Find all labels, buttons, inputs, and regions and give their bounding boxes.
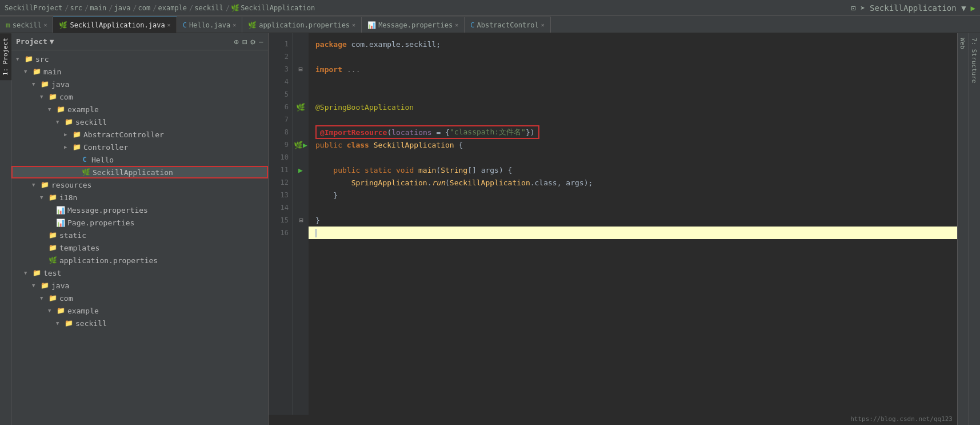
tab-close-hello[interactable]: ✕ bbox=[233, 22, 236, 28]
tree-item-com[interactable]: ▼ 📁 com bbox=[11, 90, 268, 103]
tab-msg-icon: 📊 bbox=[367, 21, 376, 29]
linenum-5: 5 bbox=[269, 88, 292, 101]
code-editor: 1 2 3 4 5 6 7 8 9 10 11 12 13 14 15 16 bbox=[269, 33, 957, 425]
tab-message-props[interactable]: 📊 Message.properties ✕ bbox=[362, 17, 465, 33]
tree-item-main[interactable]: ▼ 📁 main bbox=[11, 65, 268, 78]
tree-item-app-props[interactable]: 🌿 application.properties bbox=[11, 254, 268, 267]
tree-item-i18n[interactable]: ▼ 📁 i18n bbox=[11, 191, 268, 204]
settings-icon[interactable]: ⚙ bbox=[250, 37, 255, 46]
linenum-1: 1 bbox=[269, 38, 292, 50]
breadcrumb-com[interactable]: com bbox=[138, 4, 151, 12]
label-main: main bbox=[43, 67, 61, 76]
breadcrumb-seckill[interactable]: seckill bbox=[194, 4, 223, 12]
code-gutter: ⊟ 🌿 🌿 ▶ ▶ bbox=[293, 33, 309, 415]
tree-item-templates[interactable]: 📁 templates bbox=[11, 241, 268, 254]
indent-12 bbox=[315, 178, 351, 187]
tree-item-page-props[interactable]: 📊 Page.properties bbox=[11, 216, 268, 229]
kw-public-9: public bbox=[315, 141, 342, 149]
arrow-icon[interactable]: ➤ bbox=[861, 3, 865, 13]
tab-abstract-ctrl[interactable]: C AbstractControl ✕ bbox=[465, 17, 551, 33]
run-dropdown[interactable]: SeckillApplication ▼ bbox=[870, 3, 966, 13]
tree-item-test-com[interactable]: ▼ 📁 com bbox=[11, 292, 268, 304]
label-test-com: com bbox=[59, 294, 73, 303]
tab-close-m[interactable]: ✕ bbox=[43, 22, 47, 28]
structure-tab-label[interactable]: 7: Structure bbox=[969, 33, 980, 88]
tree-item-controller[interactable]: ▶ 📁 Controller bbox=[11, 141, 268, 153]
panel-title[interactable]: Project ▼ bbox=[16, 37, 54, 46]
tab-hello[interactable]: C Hello.java ✕ bbox=[177, 17, 243, 33]
expand-icon[interactable]: ⊡ bbox=[851, 3, 855, 13]
import-eq: = { bbox=[432, 128, 450, 137]
label-test-seckill: seckill bbox=[75, 319, 107, 328]
minimize-icon[interactable]: − bbox=[259, 37, 263, 46]
tree-item-seckill[interactable]: ▼ 📁 seckill bbox=[11, 116, 268, 128]
run-gutter-icon[interactable]: ▶ bbox=[303, 141, 307, 149]
web-tab-label[interactable]: Web bbox=[958, 33, 969, 54]
breadcrumb-class[interactable]: 🌿 bbox=[231, 4, 239, 12]
folder-i18n-icon: 📁 bbox=[48, 193, 57, 202]
breadcrumb-main[interactable]: main bbox=[90, 4, 106, 12]
folder-main-icon: 📁 bbox=[32, 67, 41, 76]
tree-item-src[interactable]: ▼ 📁 src bbox=[11, 53, 268, 65]
tab-seckill-app[interactable]: 🌿 SeckillApplication.java ✕ bbox=[53, 17, 177, 33]
tab-close-seckillapp[interactable]: ✕ bbox=[167, 22, 171, 28]
tab-app-props[interactable]: 🌿 application.properties ✕ bbox=[242, 17, 362, 33]
code-line-16[interactable] bbox=[309, 227, 957, 239]
classname-seckill: SeckillApplication bbox=[374, 141, 454, 149]
breadcrumb-src[interactable]: src bbox=[70, 4, 82, 12]
code-line-6: @SpringBootApplication bbox=[309, 101, 957, 113]
fold-gutter-15[interactable]: ⊟ bbox=[299, 216, 303, 224]
panel-dropdown-arrow[interactable]: ▼ bbox=[50, 37, 54, 46]
tree-item-resources[interactable]: ▼ 📁 resources bbox=[11, 178, 268, 191]
tree-item-java[interactable]: ▼ 📁 java bbox=[11, 78, 268, 90]
tab-close-appprops[interactable]: ✕ bbox=[352, 22, 355, 28]
label-i18n: i18n bbox=[59, 193, 77, 202]
code-line-5 bbox=[309, 88, 957, 101]
tab-close-abstract[interactable]: ✕ bbox=[541, 22, 545, 28]
code-lines[interactable]: package com.example.seckill; import ... bbox=[309, 33, 957, 415]
tab-seckill-m[interactable]: m seckill ✕ bbox=[0, 17, 53, 33]
code-line-12: SpringApplication . run ( SeckillApplica… bbox=[309, 176, 957, 189]
tree-item-seckillapp[interactable]: 🌿 SeckillApplication bbox=[11, 166, 268, 178]
java-hello-icon: C bbox=[80, 155, 89, 164]
fold-icon-3[interactable]: ⊟ bbox=[298, 65, 302, 73]
tab-message-props-label: Message.properties bbox=[378, 21, 453, 29]
type-seckillapp-12: SeckillApplication bbox=[450, 178, 530, 187]
tree-item-hello[interactable]: C Hello bbox=[11, 153, 268, 166]
arrow-main: ▼ bbox=[24, 69, 32, 74]
arrow-controller: ▶ bbox=[64, 144, 72, 150]
folder-test-java-icon: 📁 bbox=[40, 281, 49, 290]
tree-item-message-props[interactable]: 📊 Message.properties bbox=[11, 204, 268, 216]
kw-public-11: public bbox=[333, 166, 360, 174]
tab-seckill-app-label: SeckillApplication.java bbox=[70, 21, 165, 29]
spring-seckillapp-icon: 🌿 bbox=[81, 168, 90, 177]
breadcrumb-example[interactable]: example bbox=[158, 4, 187, 12]
project-tab-label[interactable]: 1: Project bbox=[0, 33, 11, 80]
brackets-11: [] bbox=[467, 166, 477, 174]
tab-close-msgprops[interactable]: ✕ bbox=[455, 22, 458, 28]
tree-item-abstractcontroller[interactable]: ▶ 📁 AbstractController bbox=[11, 128, 268, 141]
right-tab-structure: 7: Structure bbox=[969, 33, 980, 425]
breadcrumb-java[interactable]: java bbox=[114, 4, 130, 12]
breadcrumb-bar: SeckillProject / src / main / java / com… bbox=[0, 0, 980, 16]
arrow-src: ▼ bbox=[16, 56, 24, 62]
gutter-15: ⊟ bbox=[293, 214, 309, 227]
tree-item-test-java[interactable]: ▼ 📁 java bbox=[11, 279, 268, 292]
url-hint-bar: https://blog.csdn.net/qq123 bbox=[269, 415, 957, 425]
tree-item-test[interactable]: ▼ 📁 test bbox=[11, 267, 268, 279]
left-tab-strip: 1: Project bbox=[0, 33, 11, 425]
tree-item-test-example[interactable]: ▼ 📁 example bbox=[11, 304, 268, 317]
breadcrumb-project[interactable]: SeckillProject bbox=[5, 4, 62, 12]
folder-seckill-icon: 📁 bbox=[64, 117, 73, 126]
label-seckill: seckill bbox=[75, 118, 107, 126]
space-9 bbox=[342, 141, 347, 149]
tree-item-static[interactable]: 📁 static bbox=[11, 229, 268, 241]
tree-item-test-seckill[interactable]: ▼ 📁 seckill bbox=[11, 317, 268, 329]
run-icon[interactable]: ▶ bbox=[971, 3, 975, 13]
tree-item-example[interactable]: ▼ 📁 example bbox=[11, 103, 268, 116]
sync-icon[interactable]: ⊕ bbox=[234, 37, 238, 46]
breadcrumb-classname[interactable]: SeckillApplication bbox=[241, 4, 315, 12]
collapse-icon[interactable]: ⊟ bbox=[242, 37, 247, 46]
arrow-test-java: ▼ bbox=[32, 283, 40, 288]
run-gutter-11[interactable]: ▶ bbox=[298, 166, 303, 174]
